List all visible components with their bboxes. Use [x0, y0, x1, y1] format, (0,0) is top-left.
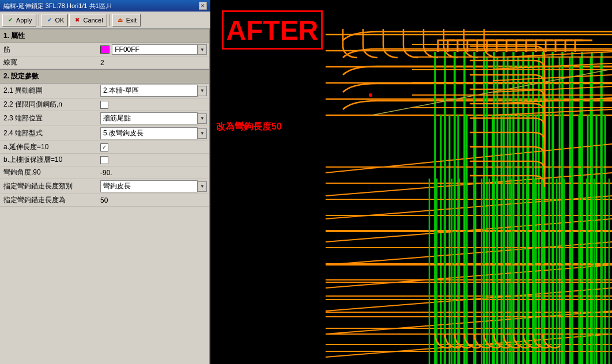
value-anchor-type: 彎鉤皮長 ▼: [98, 179, 209, 194]
prop-row-angle: 彎鉤角度,90 -90.: [0, 166, 209, 179]
prop-row-a: a.延伸長度=10: [0, 141, 209, 154]
exit-icon: ⏏: [116, 16, 124, 24]
jin-dropdown-wrapper: FF00FF ▼: [112, 44, 207, 55]
cad-canvas: [210, 0, 612, 364]
checkbox-2-2[interactable]: [100, 101, 108, 109]
apply-icon: ✔: [6, 16, 14, 24]
dd-2-4-arrow[interactable]: ▼: [198, 128, 207, 139]
dd-2-1-val[interactable]: 2.本牆-單區: [100, 85, 198, 97]
dd-2-3-wrapper: 牆筋尾點 ▼: [100, 112, 207, 124]
prop-row-b: b.上樓版保護層=10: [0, 154, 209, 166]
jin-dropdown-arrow[interactable]: ▼: [198, 44, 207, 55]
label-2-2: 2.2 僅限同側鋼筋,n: [0, 98, 98, 111]
cancel-button[interactable]: ✖ Cancel: [69, 14, 107, 26]
color-swatch-jin[interactable]: [100, 46, 109, 54]
label-b: b.上樓版保護層=10: [0, 154, 98, 166]
ok-icon: ✔: [46, 16, 54, 24]
value-angle: -90.: [98, 168, 209, 178]
prop-row-linewidth: 線寬 2: [0, 56, 209, 69]
value-jin: FF00FF ▼: [98, 43, 209, 56]
prop-row-anchor-len: 指定彎鉤錨走長度為 50: [0, 194, 209, 207]
jin-dropdown-val[interactable]: FF00FF: [112, 44, 198, 55]
dd-2-3-val[interactable]: 牆筋尾點: [100, 112, 198, 124]
dd-2-1-arrow[interactable]: ▼: [198, 86, 207, 96]
label-2-3: 2.3 端部位置: [0, 112, 98, 124]
label-anchor-len: 指定彎鉤錨走長度為: [0, 194, 98, 206]
prop-row-2-1: 2.1 異動範圍 2.本牆-單區 ▼: [0, 84, 209, 98]
label-angle: 彎鉤角度,90: [0, 166, 98, 179]
prop-row-anchor-type: 指定彎鉤錨走長度類別 彎鉤皮長 ▼: [0, 179, 209, 194]
value-2-4: 5.改彎鉤皮長 ▼: [98, 126, 209, 141]
dd-2-4-wrapper: 5.改彎鉤皮長 ▼: [100, 127, 207, 139]
angle-text: -90.: [100, 169, 112, 177]
annotation-text: 改為彎鉤長度50: [216, 121, 282, 133]
dd-2-4-val[interactable]: 5.改彎鉤皮長: [100, 127, 198, 139]
value-2-3: 牆筋尾點 ▼: [98, 111, 209, 126]
dd-2-1-wrapper: 2.本牆-單區 ▼: [100, 85, 207, 97]
apply-button[interactable]: ✔ Apply: [2, 14, 36, 26]
dd-anchor-type-arrow[interactable]: ▼: [198, 181, 207, 192]
section1-header: 1. 屬性: [0, 29, 209, 43]
titlebar: 編輯-延伸鎖定 3FL:78,Hori1/1 共1區,H ✕: [0, 0, 210, 12]
label-jin: 筋: [0, 44, 98, 56]
toolbar: ✔ Apply ✔ OK ✖ Cancel ⏏ Exit: [0, 12, 210, 29]
value-2-1: 2.本牆-單區 ▼: [98, 84, 209, 98]
close-button[interactable]: ✕: [199, 2, 207, 10]
value-2-2: [98, 100, 209, 110]
ok-button[interactable]: ✔ OK: [41, 14, 69, 26]
prop-row-2-4: 2.4 端部型式 5.改彎鉤皮長 ▼: [0, 126, 209, 141]
separator2: [109, 14, 110, 26]
exit-button[interactable]: ⏏ Exit: [112, 14, 141, 26]
label-anchor-type: 指定彎鉤錨走長度類別: [0, 180, 98, 192]
anchor-len-text: 50: [100, 196, 108, 204]
title-text: 編輯-延伸鎖定 3FL:78,Hori1/1 共1區,H: [3, 2, 112, 10]
label-a: a.延伸長度=10: [0, 141, 98, 153]
dd-2-3-arrow[interactable]: ▼: [198, 113, 207, 124]
prop-row-jin: 筋 FF00FF ▼: [0, 43, 209, 56]
separator: [39, 14, 39, 26]
cancel-icon: ✖: [73, 16, 81, 24]
red-dot: [369, 93, 372, 97]
value-a: [98, 142, 209, 153]
dd-anchor-type-wrapper: 彎鉤皮長 ▼: [100, 180, 207, 192]
label-2-4: 2.4 端部型式: [0, 127, 98, 139]
label-linewidth: 線寬: [0, 56, 98, 69]
prop-row-2-2: 2.2 僅限同側鋼筋,n: [0, 98, 209, 111]
after-label-box: AFTER: [222, 10, 323, 50]
value-linewidth: 2: [98, 58, 209, 68]
cad-view: AFTER 改為彎鉤長度50: [210, 0, 612, 364]
label-2-1: 2.1 異動範圍: [0, 85, 98, 97]
linewidth-text: 2: [100, 59, 104, 67]
prop-row-2-3: 2.3 端部位置 牆筋尾點 ▼: [0, 111, 209, 126]
left-panel: 1. 屬性 筋 FF00FF ▼ 線寬 2 2. 設定參數 2.1 異動範圍 2…: [0, 29, 210, 364]
dd-anchor-type-val[interactable]: 彎鉤皮長: [100, 180, 198, 192]
after-text: AFTER: [226, 14, 319, 46]
value-anchor-len: 50: [98, 195, 209, 206]
checkbox-b[interactable]: [100, 156, 108, 164]
checkbox-a[interactable]: [100, 143, 108, 151]
value-b: [98, 155, 209, 165]
section2-header: 2. 設定參數: [0, 69, 209, 84]
